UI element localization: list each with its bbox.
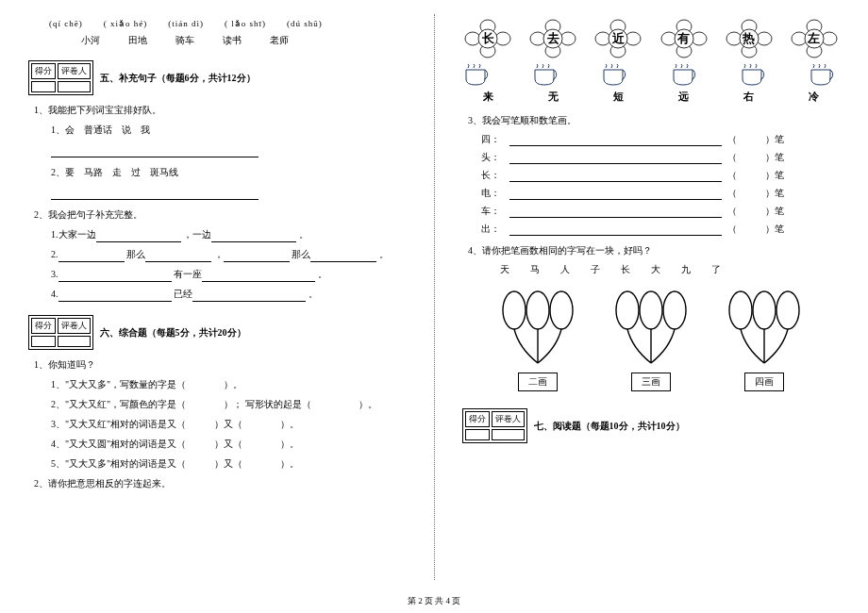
balloons-icon xyxy=(495,286,580,371)
balloon-group-3[interactable]: 四画 xyxy=(722,286,807,391)
svg-point-28 xyxy=(822,32,837,45)
svg-point-37 xyxy=(753,291,776,329)
pinyin-1: (qí chē) xyxy=(49,19,83,28)
stroke-line-5[interactable]: 车：（）笔 xyxy=(481,205,840,218)
word-4: 读书 xyxy=(223,34,242,47)
flower-row: 长 去 近 有 热 左 xyxy=(462,19,840,58)
flower-6: 左 xyxy=(789,19,840,58)
score-label: 得分 xyxy=(465,411,490,427)
cup-row xyxy=(462,64,840,87)
grader-label: 评卷人 xyxy=(58,318,91,334)
label-6: 冷 xyxy=(789,90,840,104)
section-5-title: 五、补充句子（每题6分，共计12分） xyxy=(100,72,256,85)
cup-icon xyxy=(462,64,494,87)
flower-5: 热 xyxy=(724,19,775,58)
section-7-head: 得分 评卷人 七、阅读题（每题10分，共计10分） xyxy=(462,408,840,443)
svg-point-7 xyxy=(530,32,545,45)
q4-chars: 天 马 人 子 长 大 九 了 xyxy=(500,263,840,276)
balloon-group-1[interactable]: 二画 xyxy=(495,286,580,391)
stroke-line-4[interactable]: 电：（）笔 xyxy=(481,187,840,200)
cup-icon xyxy=(670,64,702,87)
svg-point-33 xyxy=(616,291,639,329)
s6-q1-intro: 1、你知道吗？ xyxy=(34,357,406,373)
svg-point-12 xyxy=(595,32,610,45)
svg-point-27 xyxy=(792,32,807,45)
label-5: 右 xyxy=(724,90,775,104)
svg-point-31 xyxy=(526,291,549,329)
s5-q2-3[interactable]: 3. 有一座 。 xyxy=(51,267,406,282)
word-row: 小河 田地 骑车 读书 老师 xyxy=(81,34,406,47)
grader-label: 评卷人 xyxy=(58,63,91,79)
stroke-line-2[interactable]: 头：（）笔 xyxy=(481,151,840,164)
cup-icon xyxy=(739,64,771,87)
s5-q2-4[interactable]: 4. 已经 。 xyxy=(51,287,406,302)
s6-q1-3[interactable]: 3、"又大又红"相对的词语是又（ ）又（ ）。 xyxy=(51,417,406,432)
s5-q2-1[interactable]: 1.大家一边 ，一边 。 xyxy=(51,227,406,242)
pinyin-3: (tián dì) xyxy=(168,19,204,28)
s6-q1-5[interactable]: 5、"又大又多"相对的词语是又（ ）又（ ）。 xyxy=(51,456,406,472)
svg-point-23 xyxy=(757,32,772,45)
svg-point-38 xyxy=(776,291,799,329)
balloon-label-3: 四画 xyxy=(744,373,784,391)
section-6-head: 得分 评卷人 六、综合题（每题5分，共计20分） xyxy=(28,315,406,350)
pinyin-2: ( xiǎo hé) xyxy=(104,19,148,28)
s6-q2: 2、请你把意思相反的字连起来。 xyxy=(34,476,406,491)
score-label: 得分 xyxy=(31,63,56,79)
svg-point-35 xyxy=(663,291,686,329)
svg-point-32 xyxy=(550,291,573,329)
pinyin-4: ( lǎo shī) xyxy=(225,19,266,28)
stroke-line-3[interactable]: 长：（）笔 xyxy=(481,169,840,182)
pinyin-row: (qí chē) ( xiǎo hé) (tián dì) ( lǎo shī)… xyxy=(49,19,406,28)
score-box-7: 得分 评卷人 xyxy=(462,408,527,443)
svg-point-13 xyxy=(626,32,641,45)
section-6-title: 六、综合题（每题5分，共计20分） xyxy=(100,326,246,340)
balloon-label-1: 二画 xyxy=(518,373,558,391)
stroke-line-6[interactable]: 出：（）笔 xyxy=(481,223,840,236)
flower-4: 有 xyxy=(659,19,709,58)
s5-q1-intro: 1、我能把下列词宝宝排好队。 xyxy=(34,103,406,118)
score-box: 得分 评卷人 xyxy=(28,60,93,95)
flower-1: 长 xyxy=(462,19,513,58)
s5-q2-2[interactable]: 2. 那么 ， 那么 。 xyxy=(51,247,406,262)
section-7-title: 七、阅读题（每题10分，共计10分） xyxy=(534,420,685,433)
cup-icon xyxy=(808,64,840,87)
svg-point-8 xyxy=(560,32,576,45)
svg-point-18 xyxy=(692,32,707,45)
s6-q1-1[interactable]: 1、"又大又多"，写数量的字是（ ）。 xyxy=(51,377,406,392)
cup-icon xyxy=(531,64,563,87)
score-box-6: 得分 评卷人 xyxy=(28,315,93,350)
flower-3: 近 xyxy=(593,19,643,58)
word-5: 老师 xyxy=(270,34,289,47)
balloons-icon xyxy=(609,286,693,371)
balloons-icon xyxy=(722,286,807,371)
cup-icon xyxy=(600,64,632,87)
s6-q1-4[interactable]: 4、"又大又圆"相对的词语是又（ ）又（ ）。 xyxy=(51,437,406,452)
answer-line-1[interactable] xyxy=(51,142,406,157)
label-3: 短 xyxy=(593,90,643,104)
svg-point-17 xyxy=(661,32,676,45)
label-4: 远 xyxy=(659,90,709,104)
svg-point-22 xyxy=(726,32,742,45)
q3-intro: 3、我会写笔顺和数笔画。 xyxy=(468,113,840,128)
answer-line-2[interactable] xyxy=(51,185,406,200)
balloon-group-2[interactable]: 三画 xyxy=(609,286,693,391)
s5-q1-2: 2、要 马路 走 过 斑马线 xyxy=(51,165,406,180)
svg-point-30 xyxy=(503,291,526,329)
left-column: (qí chē) ( xiǎo hé) (tián dì) ( lǎo shī)… xyxy=(0,0,434,585)
word-3: 骑车 xyxy=(175,34,194,47)
stroke-line-1[interactable]: 四：（）笔 xyxy=(481,133,840,146)
flower-2: 去 xyxy=(527,19,578,58)
right-column: 长 去 近 有 热 左 来 无 短 远 右 冷 3、我会写笔顺和数笔画。 四：（… xyxy=(434,0,868,585)
label-1: 来 xyxy=(462,90,513,104)
svg-point-34 xyxy=(640,291,662,329)
section-5-head: 得分 评卷人 五、补充句子（每题6分，共计12分） xyxy=(28,60,406,95)
svg-point-36 xyxy=(729,291,752,329)
s6-q1-2[interactable]: 2、"又大又红"，写颜色的字是（ ）； 写形状的起是（ ）。 xyxy=(51,397,406,412)
svg-point-3 xyxy=(495,32,510,45)
q4-intro: 4、请你把笔画数相同的字写在一块，好吗？ xyxy=(468,243,840,258)
score-label: 得分 xyxy=(31,318,56,334)
s5-q1-1: 1、会 普通话 说 我 xyxy=(51,123,406,138)
grader-label: 评卷人 xyxy=(492,411,525,427)
bottom-labels: 来 无 短 远 右 冷 xyxy=(462,90,840,104)
word-1: 小河 xyxy=(81,34,100,47)
